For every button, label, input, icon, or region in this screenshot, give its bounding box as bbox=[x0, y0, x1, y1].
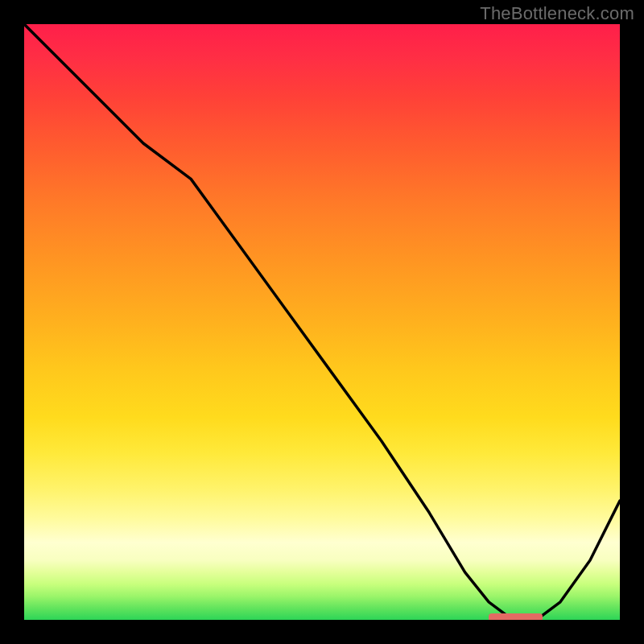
plot-area: OPTIMAL bbox=[24, 24, 620, 620]
chart-frame: TheBottleneck.com OPTIMAL bbox=[0, 0, 644, 644]
watermark-text: TheBottleneck.com bbox=[480, 3, 634, 24]
bottleneck-curve-line bbox=[24, 24, 620, 620]
curve-svg bbox=[24, 24, 620, 620]
